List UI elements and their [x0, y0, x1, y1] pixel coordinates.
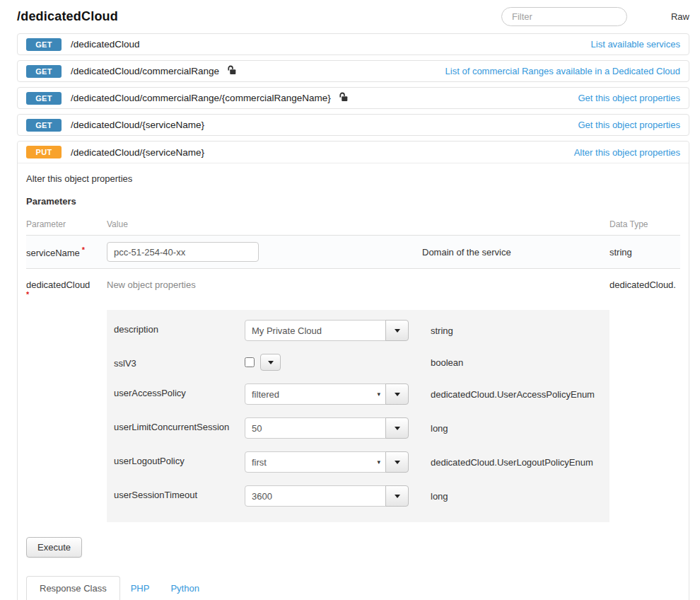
- field-label: userLimitConcurrentSession: [114, 417, 245, 432]
- endpoint-description-link[interactable]: Alter this object properties: [574, 147, 680, 158]
- userlogoutpolicy-dropdown-button[interactable]: [385, 451, 409, 473]
- caret-down-icon: [395, 427, 400, 430]
- col-data-type: Data Type: [609, 219, 680, 229]
- method-badge-get: GET: [26, 119, 62, 132]
- endpoint-path: /dedicatedCloud: [71, 39, 140, 50]
- caret-down-icon: [395, 495, 400, 498]
- caret-down-icon: ▾: [377, 458, 380, 466]
- tab-php[interactable]: PHP: [120, 577, 161, 600]
- field-data-type: string: [421, 325, 602, 336]
- col-parameter: Parameter: [26, 219, 107, 229]
- table-row-dedicatedcloud: dedicatedCloud* New object properties de…: [26, 269, 680, 522]
- unlock-icon: [338, 92, 349, 105]
- usersessiontimeout-dropdown-button[interactable]: [385, 485, 409, 507]
- endpoint-row[interactable]: GET /dedicatedCloud/commercialRange/{com…: [17, 87, 689, 109]
- response-tabs: Response Class PHP Python: [26, 576, 680, 600]
- field-label: sslV3: [114, 354, 245, 369]
- endpoint-path: /dedicatedCloud/commercialRange/{commerc…: [71, 93, 331, 103]
- raw-link[interactable]: Raw: [671, 11, 689, 22]
- useraccesspolicy-dropdown-button[interactable]: [385, 383, 409, 405]
- endpoint-path: /dedicatedCloud/{serviceName}: [71, 147, 204, 158]
- endpoint-description-link[interactable]: List available services: [591, 39, 680, 50]
- userlimitconcurrentsession-dropdown-button[interactable]: [385, 417, 409, 439]
- useraccesspolicy-select[interactable]: filtered ▾: [245, 383, 386, 405]
- page-title: /dedicatedCloud: [17, 9, 118, 24]
- param-data-type: dedicatedCloud.: [609, 276, 680, 290]
- param-description: Domain of the service: [411, 247, 609, 258]
- unlock-icon: [226, 65, 237, 78]
- method-badge-get: GET: [26, 38, 62, 51]
- field-data-type: dedicatedCloud.UserLogoutPolicyEnum: [421, 457, 602, 468]
- usersessiontimeout-input[interactable]: [245, 485, 386, 507]
- field-sslv3: sslV3 boolean: [114, 354, 602, 371]
- field-label: userLogoutPolicy: [114, 451, 245, 466]
- expanded-endpoint-panel: PUT /dedicatedCloud/{serviceName} Alter …: [17, 141, 689, 600]
- endpoint-row[interactable]: GET /dedicatedCloud/{serviceName} Get th…: [17, 114, 689, 136]
- field-data-type: long: [421, 423, 602, 434]
- field-data-type: boolean: [421, 357, 602, 368]
- description-dropdown-button[interactable]: [385, 320, 409, 341]
- field-label: description: [114, 320, 245, 335]
- filter-input[interactable]: [501, 7, 627, 26]
- userlogoutpolicy-select[interactable]: first ▾: [245, 451, 386, 473]
- api-console-page: /dedicatedCloud Raw GET /dedicatedCloud …: [0, 0, 700, 600]
- endpoint-description-link[interactable]: List of commercial Ranges available in a…: [445, 66, 680, 76]
- userlimitconcurrentsession-input[interactable]: [245, 417, 386, 439]
- caret-down-icon: [395, 393, 400, 396]
- col-value: Value: [107, 219, 411, 229]
- sslv3-dropdown-button[interactable]: [260, 354, 281, 371]
- caret-down-icon: [395, 329, 400, 333]
- caret-down-icon: ▾: [377, 391, 380, 398]
- param-note: New object properties: [107, 276, 411, 290]
- endpoint-path: /dedicatedCloud/commercialRange: [71, 66, 219, 76]
- required-marker: *: [26, 290, 107, 299]
- field-data-type: dedicatedCloud.UserAccessPolicyEnum: [421, 389, 602, 400]
- parameters-table-header: Parameter Value Data Type: [26, 214, 680, 236]
- field-useraccesspolicy: userAccessPolicy filtered ▾ dedicatedClo…: [114, 383, 602, 405]
- description-input[interactable]: [245, 320, 386, 341]
- sslv3-checkbox[interactable]: [245, 357, 255, 367]
- operation-detail: Alter this object properties Parameters …: [18, 163, 689, 600]
- operation-title: Alter this object properties: [26, 173, 680, 184]
- tab-response-class[interactable]: Response Class: [26, 576, 120, 600]
- endpoint-description-link[interactable]: Get this object properties: [578, 120, 680, 130]
- field-label: userSessionTimeout: [114, 485, 245, 500]
- endpoint-row[interactable]: GET /dedicatedCloud List available servi…: [17, 33, 689, 55]
- field-label: userAccessPolicy: [114, 383, 245, 398]
- field-description: description string: [114, 320, 602, 341]
- caret-down-icon: [268, 361, 274, 364]
- param-name: dedicatedCloud*: [26, 276, 107, 299]
- method-badge-get: GET: [26, 92, 62, 105]
- method-badge-put: PUT: [26, 146, 62, 158]
- required-marker: *: [82, 246, 85, 254]
- object-properties-panel: description string sslV3: [107, 310, 609, 522]
- method-badge-get: GET: [26, 65, 62, 78]
- param-name: serviceName*: [26, 242, 107, 258]
- param-data-type: string: [609, 247, 680, 258]
- field-userlogoutpolicy: userLogoutPolicy first ▾ dedicatedCloud.…: [114, 451, 602, 473]
- page-header: /dedicatedCloud Raw: [17, 4, 689, 33]
- tab-python[interactable]: Python: [160, 577, 209, 600]
- execute-button[interactable]: Execute: [26, 537, 82, 558]
- parameters-heading: Parameters: [26, 196, 680, 207]
- endpoint-description-link[interactable]: Get this object properties: [578, 93, 680, 103]
- field-usersessiontimeout: userSessionTimeout long: [114, 485, 602, 507]
- endpoint-row[interactable]: PUT /dedicatedCloud/{serviceName} Alter …: [18, 142, 689, 163]
- endpoint-path: /dedicatedCloud/{serviceName}: [71, 120, 204, 130]
- field-data-type: long: [421, 491, 602, 502]
- table-row-servicename: serviceName* Domain of the service strin…: [26, 236, 680, 269]
- endpoint-row[interactable]: GET /dedicatedCloud/commercialRange List…: [17, 60, 689, 82]
- caret-down-icon: [395, 461, 400, 464]
- field-userlimitconcurrentsession: userLimitConcurrentSession long: [114, 417, 602, 439]
- servicename-input[interactable]: [107, 242, 259, 262]
